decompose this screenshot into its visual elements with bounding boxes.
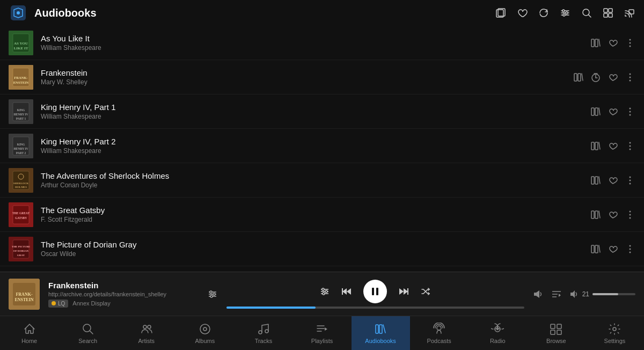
np-equalizer-icon[interactable]: [207, 289, 218, 300]
copy-icon[interactable]: [495, 7, 507, 19]
nav-tracks[interactable]: Tracks: [234, 316, 292, 350]
volume-icon[interactable]: [569, 289, 579, 299]
browse-icon: [550, 323, 562, 336]
nav-audiobooks[interactable]: Audiobooks: [352, 316, 410, 350]
search-icon[interactable]: [581, 7, 592, 19]
home-icon: [23, 323, 36, 336]
pause-button[interactable]: [363, 280, 387, 303]
svg-point-102: [323, 293, 325, 295]
svg-rect-63: [591, 177, 594, 184]
nav-tracks-label: Tracks: [255, 338, 273, 344]
svg-text:HENRY IV: HENRY IV: [14, 147, 28, 150]
favorite-icon[interactable]: [608, 72, 618, 83]
settings-ctrl-icon[interactable]: [319, 286, 330, 297]
nav-podcasts[interactable]: Podcasts: [410, 316, 469, 350]
svg-rect-137: [551, 330, 555, 334]
favorite-icon[interactable]: [608, 38, 618, 48]
more-icon[interactable]: [625, 244, 635, 254]
nav-browse[interactable]: Browse: [527, 316, 586, 350]
now-playing-info: Frankenstein http://archive.org/details/…: [48, 281, 199, 308]
svg-point-55: [630, 142, 631, 143]
library-icon[interactable]: [590, 106, 601, 117]
volume-label: 21: [582, 290, 589, 298]
speaker-icon[interactable]: [533, 289, 544, 300]
grid-icon[interactable]: [602, 7, 614, 19]
svg-text:FRANK-: FRANK-: [16, 292, 32, 297]
library-icon[interactable]: [590, 244, 601, 254]
list-item[interactable]: KING HENRY IV PART 1 King Henry IV, Part…: [0, 94, 644, 129]
cast-icon[interactable]: [624, 7, 635, 19]
book-actions: [590, 244, 635, 254]
timer-icon[interactable]: [590, 72, 601, 83]
list-item[interactable]: AS YOU LIKE IT As You Like It William Sh…: [0, 26, 644, 60]
svg-text:SHERLOCK: SHERLOCK: [13, 182, 28, 185]
refresh-icon[interactable]: [538, 7, 550, 19]
svg-rect-53: [591, 142, 594, 150]
favorite-icon[interactable]: [608, 106, 618, 117]
svg-point-101: [325, 290, 327, 293]
svg-text:THE PICTURE: THE PICTURE: [12, 245, 31, 248]
list-item[interactable]: SHERLOCK HOLMES The Adventures of Sherlo…: [0, 163, 644, 198]
svg-rect-72: [591, 211, 594, 218]
svg-point-24: [630, 42, 631, 43]
svg-text:PART 2: PART 2: [16, 151, 26, 155]
favorite-icon[interactable]: [608, 209, 618, 220]
equalizer-icon[interactable]: [559, 7, 571, 19]
svg-point-132: [437, 326, 441, 330]
favorite-icon[interactable]: [608, 244, 618, 254]
svg-rect-82: [591, 245, 594, 253]
nav-search[interactable]: Search: [58, 316, 117, 350]
library-icon[interactable]: [590, 209, 601, 220]
nav-home[interactable]: Home: [0, 316, 58, 350]
svg-rect-30: [574, 74, 577, 81]
book-author: William Shakespeare: [41, 147, 582, 155]
more-icon[interactable]: [625, 209, 635, 220]
volume-control: 21: [569, 289, 635, 299]
more-icon[interactable]: [625, 106, 635, 117]
book-cover: THE GREAT GATSBY: [9, 202, 33, 227]
svg-point-86: [630, 251, 631, 253]
book-title: King Henry IV, Part 2: [41, 137, 582, 146]
favorite-icon[interactable]: [516, 7, 528, 19]
playlist-icon[interactable]: [551, 289, 562, 300]
list-item[interactable]: THE PICTURE OF DORIAN GRAY The Picture o…: [0, 232, 644, 266]
now-playing-right: 21: [533, 289, 635, 300]
nav-radio[interactable]: Radio: [469, 316, 527, 350]
albums-icon: [199, 323, 211, 336]
book-cover: SHERLOCK HOLMES: [9, 168, 33, 193]
more-icon[interactable]: [625, 175, 635, 186]
svg-rect-138: [557, 330, 561, 334]
book-title: The Adventures of Sherlock Holmes: [41, 171, 582, 180]
list-item[interactable]: KING HENRY IV PART 2 King Henry IV, Part…: [0, 129, 644, 163]
volume-fill: [592, 293, 618, 295]
progress-bar[interactable]: [226, 307, 524, 309]
library-icon[interactable]: [590, 175, 601, 186]
more-icon[interactable]: [625, 141, 635, 151]
svg-text:KING: KING: [17, 108, 25, 112]
favorite-icon[interactable]: [608, 141, 618, 151]
favorite-icon[interactable]: [608, 175, 618, 186]
volume-bar[interactable]: [592, 293, 635, 295]
more-icon[interactable]: [625, 72, 635, 83]
nav-settings[interactable]: Settings: [586, 316, 644, 350]
book-cover: KING HENRY IV PART 2: [9, 134, 33, 158]
library-icon[interactable]: [590, 141, 601, 151]
shuffle-button[interactable]: [420, 286, 431, 297]
library-icon[interactable]: [573, 72, 584, 83]
nav-albums[interactable]: Albums: [175, 316, 234, 350]
playback-controls: [319, 280, 431, 303]
list-item[interactable]: THE GREAT GATSBY The Great Gatsby F. Sco…: [0, 198, 644, 232]
progress-bar-row: [226, 307, 524, 309]
more-icon[interactable]: [625, 38, 635, 48]
svg-line-119: [90, 331, 93, 334]
skip-back-button[interactable]: [341, 286, 353, 297]
svg-point-125: [265, 330, 268, 333]
book-info: The Great Gatsby F. Scott Fitzgerald: [41, 206, 582, 223]
library-icon[interactable]: [590, 38, 601, 48]
book-actions: [590, 38, 635, 48]
nav-playlists[interactable]: Playlists: [292, 316, 351, 350]
nav-artists[interactable]: Artists: [117, 316, 175, 350]
book-author: Mary W. Shelley: [41, 78, 565, 86]
list-item[interactable]: FRANK- ENSTEIN Frankenstein Mary W. Shel…: [0, 60, 644, 94]
skip-forward-button[interactable]: [398, 286, 409, 297]
